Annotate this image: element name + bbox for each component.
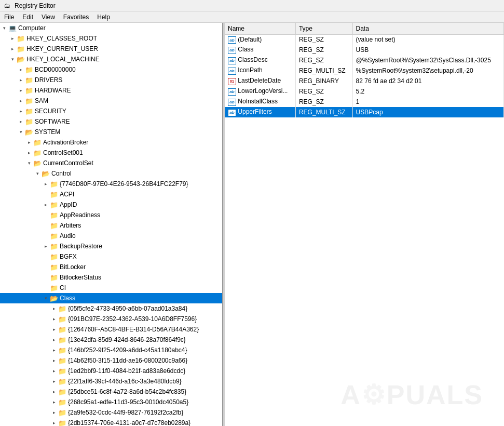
tree-item-control[interactable]: ▾📂Control — [0, 168, 222, 179]
expand-icon-bcd[interactable]: ▸ — [17, 65, 25, 74]
tree-item-guid7[interactable]: ▸📁{1ed2bbf9-11f0-4084-b21f-ad83a8e6dcdc} — [0, 366, 222, 376]
cell-name-5: ab LowerLogoVersi... — [225, 86, 295, 97]
tree-item-appid[interactable]: ▸📁AppID — [0, 199, 222, 210]
tree-item-system[interactable]: ▾📂SYSTEM — [0, 127, 222, 137]
value-name-text: LowerLogoVersi... — [236, 87, 288, 95]
folder-icon-class: 📂 — [50, 294, 58, 302]
tree-item-bitlockerstatus[interactable]: ▸📁BitlockerStatus — [0, 272, 222, 283]
value-name-text: NoInstallClass — [236, 98, 278, 105]
tree-label-guid2: {091BC97E-2352-4362-A539-10A6D8FF7596} — [68, 315, 197, 323]
expand-icon-sam[interactable]: ▸ — [17, 97, 25, 105]
table-row[interactable]: ab IconPathREG_MULTI_SZ%SystemRoot%\syst… — [225, 65, 504, 76]
menu-view[interactable]: View — [37, 11, 59, 22]
expand-icon-guid8[interactable]: ▸ — [50, 377, 58, 385]
tree-item-guid2[interactable]: ▸📁{091BC97E-2352-4362-A539-10A6D8FF7596} — [0, 314, 222, 324]
expand-icon-control[interactable]: ▾ — [33, 169, 42, 178]
expand-icon-guid7[interactable]: ▸ — [50, 367, 58, 375]
expand-icon-class[interactable]: ▾ — [42, 294, 50, 302]
expand-icon-guid2[interactable]: ▸ — [50, 315, 58, 323]
tree-item-guid10[interactable]: ▸📁{268c95a1-edfe-11d3-95c3-0010dc4050a5} — [0, 397, 222, 407]
tree-item-acpi[interactable]: ▸📁ACPI — [0, 189, 222, 199]
expand-icon-guid11[interactable]: ▸ — [50, 408, 58, 417]
expand-icon-controlset001[interactable]: ▸ — [25, 149, 33, 157]
tree-item-software[interactable]: ▸📁SOFTWARE — [0, 116, 222, 127]
tree-item-guid12[interactable]: ▸📁{2db15374-706e-4131-a0c7-d7c78eb0289a} — [0, 418, 222, 426]
tree-item-sam[interactable]: ▸📁SAM — [0, 96, 222, 106]
tree-item-audio[interactable]: ▸📁Audio — [0, 231, 222, 241]
table-row[interactable]: 01 LastDeleteDateREG_BINARY82 76 fd ae d… — [225, 76, 504, 86]
tree-item-hkcu[interactable]: ▸📁HKEY_CURRENT_USER — [0, 44, 222, 54]
tree-item-guid8[interactable]: ▸📁{22f1aff6-39cf-446d-a16c-3a3e480fdcb9} — [0, 376, 222, 387]
folder-icon-audio: 📁 — [50, 232, 58, 240]
expand-icon-guid3[interactable]: ▸ — [50, 325, 58, 334]
folder-icon-bgfx: 📁 — [50, 252, 58, 261]
table-row[interactable]: ab UpperFiltersREG_MULTI_SZUSBPcap — [225, 107, 504, 117]
tree-item-hkcr[interactable]: ▸📁HKEY_CLASSES_ROOT — [0, 33, 222, 44]
table-row[interactable]: ab ClassREG_SZUSB — [225, 45, 504, 55]
tree-item-guid5[interactable]: ▸📁{146bf252-9f25-4209-a6dd-c45a1180abc4} — [0, 345, 222, 355]
expand-icon-key1[interactable]: ▸ — [42, 180, 50, 188]
expand-icon-appid[interactable]: ▸ — [42, 201, 50, 209]
expand-icon-computer[interactable]: ▾ — [0, 24, 8, 32]
expand-icon-software[interactable]: ▸ — [17, 117, 25, 126]
tree-item-guid6[interactable]: ▸📁{14b62f50-3f15-11dd-ae16-0800200c9a66} — [0, 355, 222, 366]
tree-label-hklm: HKEY_LOCAL_MACHINE — [26, 56, 100, 63]
tree-item-security[interactable]: ▸📁SECURITY — [0, 106, 222, 116]
expand-icon-hklm[interactable]: ▾ — [8, 55, 17, 63]
tree-item-class[interactable]: ▾📂Class — [0, 293, 222, 303]
expand-icon-guid12[interactable]: ▸ — [50, 419, 58, 426]
tree-item-guid1[interactable]: ▸📁{05f5cfe2-4733-4950-a6bb-07aad01a3a84} — [0, 303, 222, 314]
tree-item-hklm[interactable]: ▾📂HKEY_LOCAL_MACHINE — [0, 54, 222, 64]
tree-label-computer: Computer — [18, 24, 46, 32]
expand-icon-hkcu[interactable]: ▸ — [8, 45, 17, 53]
expand-icon-guid9[interactable]: ▸ — [50, 388, 58, 396]
folder-icon-hklm: 📂 — [17, 55, 25, 63]
menu-file[interactable]: File — [0, 11, 18, 22]
table-row[interactable]: ab NoInstallClassREG_SZ1 — [225, 97, 504, 107]
tree-item-bcd[interactable]: ▸📁BCD00000000 — [0, 64, 222, 75]
expand-icon-system[interactable]: ▾ — [17, 128, 25, 136]
table-row[interactable]: ab ClassDescREG_SZ@%SystemRoot%\System32… — [225, 55, 504, 65]
tree-item-guid3[interactable]: ▸📁{1264760F-A5C8-4BFE-B314-D56A7B44A362} — [0, 324, 222, 335]
cell-name-3: ab IconPath — [225, 65, 295, 76]
cell-type-5: REG_SZ — [295, 86, 352, 97]
tree-item-drivers[interactable]: ▸📁DRIVERS — [0, 75, 222, 85]
tree-item-currentcontrolset[interactable]: ▾📂CurrentControlSet — [0, 158, 222, 168]
expand-icon-guid4[interactable]: ▸ — [50, 336, 58, 344]
tree-item-guid4[interactable]: ▸📁{13e42dfa-85d9-424d-8646-28a70f864f9c} — [0, 335, 222, 345]
folder-icon-guid9: 📁 — [58, 388, 66, 396]
folder-icon-guid4: 📁 — [58, 336, 66, 344]
tree-item-appreadiness[interactable]: ▸📁AppReadiness — [0, 210, 222, 220]
table-row[interactable]: ab (Default)REG_SZ(value not set) — [225, 34, 504, 45]
expand-icon-activationbroker[interactable]: ▸ — [25, 138, 33, 147]
tree-item-activationbroker[interactable]: ▸📁ActivationBroker — [0, 137, 222, 148]
tree-item-controlset001[interactable]: ▸📁ControlSet001 — [0, 148, 222, 158]
expand-icon-currentcontrolset[interactable]: ▾ — [25, 159, 33, 167]
expand-icon-hardware[interactable]: ▸ — [17, 86, 25, 95]
menu-help[interactable]: Help — [93, 11, 114, 22]
tree-item-bitlocker[interactable]: ▸📁BitLocker — [0, 262, 222, 272]
tree-label-software: SOFTWARE — [35, 118, 70, 125]
tree-item-computer[interactable]: ▾💻Computer — [0, 23, 222, 33]
menu-favorites[interactable]: Favorites — [59, 11, 93, 22]
tree-item-hardware[interactable]: ▸📁HARDWARE — [0, 85, 222, 96]
tree-item-backuprestore[interactable]: ▸📁BackupRestore — [0, 241, 222, 251]
expand-icon-guid1[interactable]: ▸ — [50, 304, 58, 313]
tree-item-ci[interactable]: ▸📁CI — [0, 283, 222, 293]
expand-icon-guid6[interactable]: ▸ — [50, 356, 58, 365]
tree-item-guid9[interactable]: ▸📁{25dbce51-6c8f-4a72-8a6d-b54c2b4fc835} — [0, 387, 222, 397]
expand-icon-guid10[interactable]: ▸ — [50, 398, 58, 406]
tree-item-bgfx[interactable]: ▸📁BGFX — [0, 251, 222, 262]
cell-data-6: 1 — [352, 97, 503, 107]
tree-item-key1[interactable]: ▸📁{7746D80F-97E0-4E26-9543-26B41FC22F79} — [0, 179, 222, 189]
tree-item-guid11[interactable]: ▸📁{2a9fe532-0cdc-44f9-9827-76192f2ca2fb} — [0, 407, 222, 418]
tree-item-arbiters[interactable]: ▸📁Arbiters — [0, 220, 222, 231]
expand-icon-guid5[interactable]: ▸ — [50, 346, 58, 354]
expand-icon-security[interactable]: ▸ — [17, 107, 25, 115]
menu-edit[interactable]: Edit — [18, 11, 37, 22]
table-row[interactable]: ab LowerLogoVersi...REG_SZ5.2 — [225, 86, 504, 97]
expand-icon-drivers[interactable]: ▸ — [17, 76, 25, 84]
cell-name-0: ab (Default) — [225, 34, 295, 45]
expand-icon-hkcr[interactable]: ▸ — [8, 34, 17, 43]
expand-icon-backuprestore[interactable]: ▸ — [42, 242, 50, 250]
